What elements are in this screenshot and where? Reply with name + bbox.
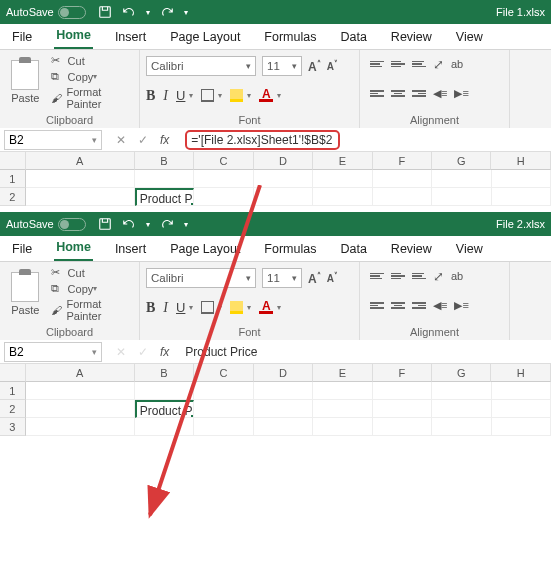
tab-review[interactable]: Review [389,25,434,49]
fill-color-button[interactable] [230,89,243,102]
tab-view[interactable]: View [454,237,485,261]
redo-dropdown-icon[interactable]: ▾ [184,8,188,17]
cell[interactable] [492,170,551,188]
cell[interactable] [313,170,372,188]
toggle-switch-icon[interactable] [58,6,86,19]
tab-page-layout[interactable]: Page Layout [168,237,242,261]
fill-color-button[interactable] [230,301,243,314]
cancel-icon[interactable]: ✕ [116,345,126,359]
col-header[interactable]: A [26,364,135,382]
fx-icon[interactable]: fx [160,133,169,147]
col-header[interactable]: C [194,152,253,170]
autosave-toggle[interactable]: AutoSave [6,6,86,19]
cell[interactable] [313,188,372,206]
cell[interactable] [373,188,432,206]
cell[interactable] [313,382,372,400]
name-box[interactable]: B2 [4,342,102,362]
cell[interactable] [26,400,135,418]
wrap-text-button[interactable]: ab [451,270,463,282]
align-bottom-icon[interactable] [412,61,426,68]
redo-icon[interactable] [160,5,174,19]
col-header[interactable]: G [432,152,491,170]
undo-dropdown-icon[interactable]: ▾ [146,220,150,229]
wrap-text-button[interactable]: ab [451,58,463,70]
align-top-icon[interactable] [370,61,384,68]
col-header[interactable]: D [254,152,313,170]
align-left-icon[interactable] [370,90,384,97]
undo-icon[interactable] [122,217,136,231]
cell[interactable] [492,188,551,206]
shrink-font-button[interactable]: A˅ [327,60,338,72]
enter-icon[interactable]: ✓ [138,133,148,147]
borders-button[interactable] [201,301,214,314]
cell[interactable] [135,418,194,436]
copy-button[interactable]: ⧉Copy▾ [51,282,133,295]
tab-file[interactable]: File [10,25,34,49]
cell[interactable] [26,170,135,188]
align-right-icon[interactable] [412,302,426,309]
cell[interactable]: Product Price [135,188,194,206]
formula-input[interactable]: ='[File 2.xlsx]Sheet1'!$B$2 [179,130,551,150]
copy-button[interactable]: ⧉Copy▾ [51,70,133,83]
undo-icon[interactable] [122,5,136,19]
row-header[interactable]: 1 [0,170,26,188]
spreadsheet-grid[interactable]: ABCDEFGH 12Product Price [0,152,551,206]
cell[interactable] [432,382,491,400]
save-icon[interactable] [98,217,112,231]
cell[interactable] [432,170,491,188]
borders-button[interactable] [201,89,214,102]
font-name-combo[interactable]: Calibri [146,56,256,76]
enter-icon[interactable]: ✓ [138,345,148,359]
col-header[interactable]: C [194,364,253,382]
col-header[interactable]: H [491,152,550,170]
cell[interactable] [194,400,253,418]
font-color-button[interactable]: A [259,89,273,102]
cell[interactable] [254,400,313,418]
orientation-button[interactable]: ⤢ [433,57,444,72]
cell[interactable] [194,170,253,188]
redo-icon[interactable] [160,217,174,231]
col-header[interactable]: B [135,152,194,170]
cell[interactable] [492,400,551,418]
align-right-icon[interactable] [412,90,426,97]
col-header[interactable]: D [254,364,313,382]
cell[interactable] [373,400,432,418]
cancel-icon[interactable]: ✕ [116,133,126,147]
cut-button[interactable]: ✂Cut [51,266,133,279]
col-header[interactable]: H [491,364,550,382]
paste-button[interactable]: Paste [6,53,45,111]
cell[interactable] [373,170,432,188]
format-painter-button[interactable]: 🖌Format Painter [51,86,133,110]
tab-page-layout[interactable]: Page Layout [168,25,242,49]
tab-review[interactable]: Review [389,237,434,261]
italic-button[interactable]: I [163,88,168,104]
cell[interactable] [135,170,194,188]
cell[interactable] [254,188,313,206]
toggle-switch-icon[interactable] [58,218,86,231]
font-name-combo[interactable]: Calibri [146,268,256,288]
tab-data[interactable]: Data [338,25,368,49]
font-size-combo[interactable]: 11 [262,56,302,76]
bold-button[interactable]: B [146,88,155,104]
paste-button[interactable]: Paste [6,265,45,323]
col-header[interactable]: A [26,152,135,170]
autosave-toggle[interactable]: AutoSave [6,218,86,231]
cell[interactable] [194,188,253,206]
row-header[interactable]: 2 [0,400,26,418]
tab-formulas[interactable]: Formulas [262,25,318,49]
col-header[interactable]: F [373,152,432,170]
align-center-icon[interactable] [391,90,405,97]
col-header[interactable]: G [432,364,491,382]
bold-button[interactable]: B [146,300,155,316]
tab-view[interactable]: View [454,25,485,49]
cell[interactable] [432,400,491,418]
cell[interactable] [432,418,491,436]
col-header[interactable]: F [373,364,432,382]
align-middle-icon[interactable] [391,273,405,280]
cell[interactable] [194,382,253,400]
format-painter-button[interactable]: 🖌Format Painter [51,298,133,322]
cell[interactable] [492,382,551,400]
shrink-font-button[interactable]: A˅ [327,272,338,284]
cell[interactable] [254,418,313,436]
col-header[interactable]: B [135,364,194,382]
